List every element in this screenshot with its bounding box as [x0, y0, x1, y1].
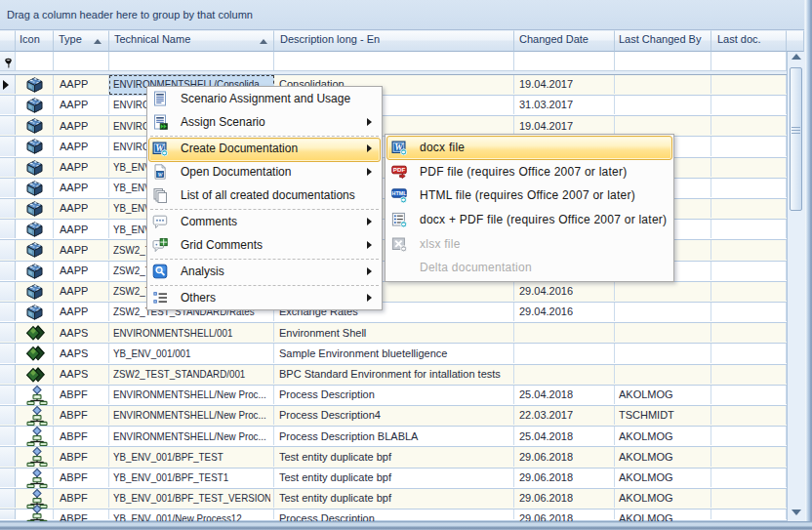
svg-text:PDF: PDF: [393, 166, 406, 173]
svg-text:W: W: [158, 172, 164, 178]
svg-text:HTML: HTML: [392, 190, 407, 196]
